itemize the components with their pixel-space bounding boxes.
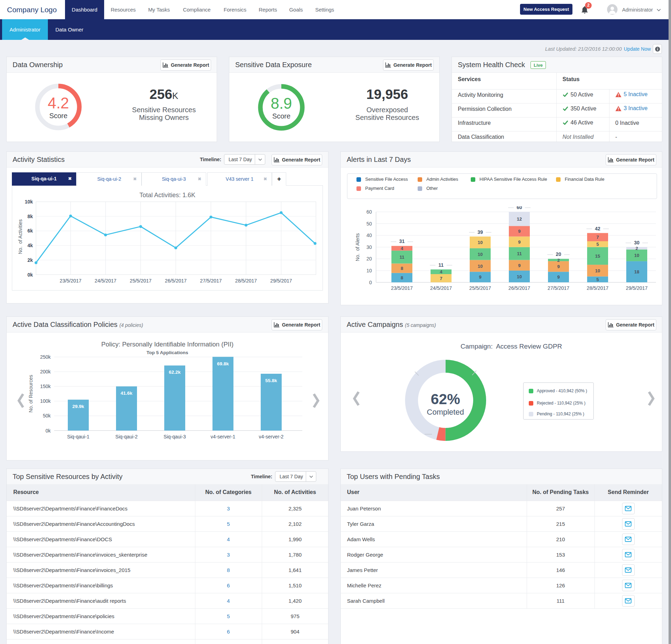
svg-text:8k: 8k [27, 214, 33, 219]
svg-text:6k: 6k [27, 228, 33, 234]
svg-text:25/5/2017: 25/5/2017 [469, 285, 491, 291]
svg-text:7: 7 [596, 235, 599, 240]
svg-text:30: 30 [366, 244, 372, 250]
svg-text:11: 11 [517, 251, 522, 256]
svg-text:60: 60 [366, 209, 372, 215]
svg-text:v4-server-1: v4-server-1 [211, 434, 236, 439]
svg-text:200k: 200k [40, 369, 51, 374]
svg-text:2k: 2k [27, 257, 33, 263]
svg-text:9: 9 [518, 239, 520, 245]
svg-text:10: 10 [478, 240, 483, 245]
svg-text:9: 9 [518, 263, 520, 268]
svg-text:150k: 150k [40, 384, 51, 389]
svg-text:27/5/2017: 27/5/2017 [200, 278, 222, 284]
svg-text:9: 9 [557, 264, 560, 269]
svg-text:29/5/2017: 29/5/2017 [270, 278, 292, 284]
svg-text:10: 10 [478, 264, 483, 269]
svg-text:25/5/2017: 25/5/2017 [130, 278, 151, 284]
svg-text:29.9k: 29.9k [72, 404, 84, 409]
svg-text:24/5/2017: 24/5/2017 [95, 278, 116, 284]
svg-text:28/5/2017: 28/5/2017 [587, 285, 608, 291]
svg-text:8: 8 [401, 266, 403, 271]
svg-text:50: 50 [366, 221, 372, 227]
svg-text:Siq-qaui-3: Siq-qaui-3 [164, 434, 186, 439]
svg-text:Siq-qaui-2: Siq-qaui-2 [115, 434, 138, 439]
svg-text:4k: 4k [27, 243, 33, 248]
svg-text:10: 10 [634, 253, 639, 258]
svg-text:12: 12 [517, 216, 522, 222]
svg-text:24/5/2017: 24/5/2017 [430, 285, 452, 291]
svg-text:0: 0 [369, 280, 372, 285]
svg-text:23/5/2017: 23/5/2017 [391, 285, 413, 291]
svg-text:18: 18 [634, 269, 639, 274]
svg-text:9: 9 [557, 274, 560, 280]
svg-text:5: 5 [596, 277, 599, 282]
svg-text:41.6k: 41.6k [121, 391, 132, 396]
svg-text:250k: 250k [40, 354, 51, 360]
svg-text:50k: 50k [43, 413, 51, 418]
svg-text:11: 11 [439, 262, 444, 268]
svg-text:v4-server-2: v4-server-2 [259, 434, 284, 439]
svg-text:28/5/2017: 28/5/2017 [235, 278, 257, 284]
svg-text:10: 10 [517, 274, 522, 279]
svg-text:10k: 10k [25, 199, 33, 205]
svg-text:2: 2 [635, 246, 638, 251]
svg-text:100k: 100k [40, 398, 51, 404]
svg-text:55.8k: 55.8k [265, 378, 277, 383]
svg-text:26/5/2017: 26/5/2017 [508, 285, 530, 291]
svg-text:60: 60 [517, 206, 522, 210]
svg-text:8: 8 [401, 275, 403, 280]
svg-text:27/5/2017: 27/5/2017 [548, 285, 569, 291]
svg-text:30: 30 [634, 240, 640, 245]
svg-text:11: 11 [399, 255, 404, 260]
svg-text:9: 9 [479, 274, 481, 280]
svg-text:10: 10 [595, 268, 600, 273]
svg-text:23/5/2017: 23/5/2017 [60, 278, 81, 284]
svg-text:31: 31 [399, 238, 405, 244]
svg-text:62.2k: 62.2k [169, 370, 181, 375]
svg-text:0k: 0k [45, 428, 51, 434]
svg-text:39: 39 [477, 229, 483, 235]
svg-text:4: 4 [401, 246, 403, 251]
svg-text:4: 4 [440, 269, 442, 274]
svg-text:10: 10 [366, 268, 372, 273]
svg-text:Siq-qaui-1: Siq-qaui-1 [67, 434, 89, 439]
svg-text:0k: 0k [27, 272, 33, 278]
svg-text:7: 7 [440, 276, 442, 281]
svg-text:26/5/2017: 26/5/2017 [165, 278, 187, 284]
svg-text:40: 40 [366, 232, 372, 238]
svg-text:9: 9 [518, 229, 520, 234]
svg-text:20: 20 [366, 256, 372, 262]
svg-text:15: 15 [595, 253, 600, 259]
svg-text:42: 42 [595, 226, 600, 231]
svg-text:29/5/2017: 29/5/2017 [626, 285, 648, 291]
svg-text:10: 10 [478, 252, 483, 257]
svg-text:20: 20 [556, 251, 561, 257]
svg-text:69.8k: 69.8k [217, 361, 229, 366]
svg-text:2: 2 [557, 258, 560, 263]
svg-text:5: 5 [596, 242, 599, 247]
